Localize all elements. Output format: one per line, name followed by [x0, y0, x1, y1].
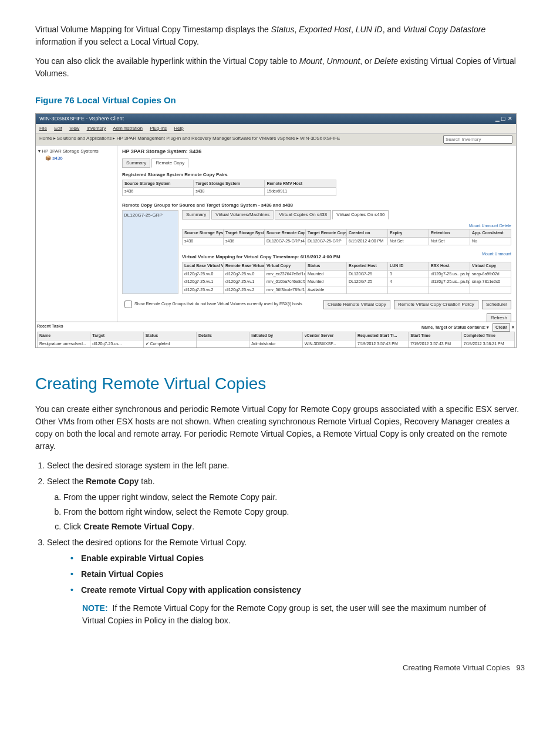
map-row[interactable]: dl120g7-25.vv.1dl120g7-25.vv.1rmv_010ba7… [183, 278, 511, 286]
task-row[interactable]: Resignature unresolved...dl120g7-25.us..… [38, 340, 515, 348]
bullet-retain: Retain Virtual Copies [70, 568, 525, 580]
page-footer: Creating Remote Virtual Copies 93 [35, 662, 525, 674]
show-groups-checkbox[interactable]: Show Remote Copy Groups that do not have… [122, 299, 302, 310]
pairs-row[interactable]: s436s43815dev9911 [123, 188, 336, 196]
intro-paragraph-1: Virtual Volume Mapping for Virtual Copy … [35, 23, 525, 48]
gtab-on436[interactable]: Virtual Copies On s436 [332, 210, 389, 220]
map-row[interactable]: dl120g7-25.vv.0dl120g7-25.vv.0rmv_ec2376… [183, 270, 511, 278]
section-intro: You can create either synchronous and pe… [35, 403, 525, 453]
note-label: NOTE: [82, 603, 108, 613]
map-table: Local Base Virtual VolumeRemote Base Vir… [182, 262, 511, 294]
btn-scheduler[interactable]: Scheduler [482, 300, 511, 309]
tab-remote-copy[interactable]: Remote Copy [151, 158, 188, 168]
tasks-filter[interactable]: Name, Target or Status contains: ▾ [421, 325, 489, 329]
map-links[interactable]: Mount Unmount [482, 251, 511, 262]
menu-help[interactable]: Help [174, 126, 183, 131]
gtab-on438[interactable]: Virtual Copies On s438 [275, 210, 331, 220]
menu-inventory[interactable]: Inventory [87, 126, 106, 131]
tasks-table: NameTargetStatusDetailsInitiated byvCent… [37, 332, 515, 348]
map-title: Virtual Volume Mapping for Virtual Copy … [182, 254, 340, 261]
bullet-create-app-consistency: Create remote Virtual Copy with applicat… [70, 584, 525, 596]
step-1: Select the desired storage system in the… [47, 460, 525, 472]
breadcrumb[interactable]: Home ▸ Solutions and Applications ▸ HP 3… [39, 135, 340, 144]
search-input[interactable] [443, 135, 512, 144]
menu-plugins[interactable]: Plug-ins [150, 126, 167, 131]
btn-policy[interactable]: Remote Virtual Copy Creation Policy [394, 300, 478, 309]
pairs-table: Source Storage SystemTarget Storage Syst… [122, 180, 336, 196]
group-row[interactable]: s438s436DL120G7-25-GRP.r436DL120G7-25-GR… [183, 237, 511, 245]
step-2b: From the bottom right window, select the… [63, 506, 525, 518]
group-selected[interactable]: DL120G7-25-GRP [122, 210, 178, 295]
step-2: Select the Remote Copy tab. From the upp… [47, 475, 525, 533]
steps-list: Select the desired storage system in the… [47, 460, 525, 627]
intro-paragraph-2: You can also click the available hyperli… [35, 55, 525, 80]
tree-pane: ▾ HP 3PAR Storage Systems 📦 s436 [36, 146, 117, 322]
menubar: File Edit View Inventory Administration … [36, 124, 516, 134]
bullet-enable-expirable: Enable expirable Virtual Copies [70, 552, 525, 565]
btn-create-rvc[interactable]: Create Remote Virtual Copy [323, 300, 390, 309]
step-2a: From the upper right window, select the … [63, 491, 525, 504]
tasks-clear[interactable]: Clear [492, 323, 510, 332]
tasks-title: Recent Tasks [37, 323, 63, 332]
panel-title: HP 3PAR Storage System: S436 [122, 148, 511, 156]
top-links[interactable]: Mount Unmount Delete [182, 223, 511, 229]
btn-refresh[interactable]: Refresh [487, 313, 511, 322]
note-block: NOTE:If the Remote Virtual Copy for the … [82, 602, 505, 627]
gtab-summary[interactable]: Summary [182, 210, 210, 220]
map-row[interactable]: dl120g7-25.vv.2dl120g7-25.vv.2rmv_56f3bc… [183, 286, 511, 294]
window-title: WIN-3DS6IXSFIFE - vSphere Client [39, 115, 124, 123]
section-title: Creating Remote Virtual Copies [35, 372, 525, 396]
tree-root[interactable]: ▾ HP 3PAR Storage Systems [38, 148, 114, 155]
pairs-title: Registered Storage System Remote Copy Pa… [122, 171, 511, 178]
menu-admin[interactable]: Administration [113, 126, 143, 131]
group-table: Source Storage SystemTarget Storage Syst… [182, 229, 511, 245]
groups-title: Remote Copy Groups for Source and Target… [122, 202, 511, 209]
step-2c: Click Create Remote Virtual Copy. [63, 521, 525, 533]
tab-summary[interactable]: Summary [122, 158, 150, 168]
menu-view[interactable]: View [69, 126, 79, 131]
menu-edit[interactable]: Edit [54, 126, 62, 131]
screenshot-vsphere: WIN-3DS6IXSFIFE - vSphere Client ▁ ▢ ✕ F… [35, 113, 517, 348]
menu-file[interactable]: File [39, 126, 47, 131]
gtab-vvm[interactable]: Virtual Volumes/Machines [211, 210, 274, 220]
step-3: Select the desired options for the Remot… [47, 536, 525, 627]
window-controls[interactable]: ▁ ▢ ✕ [495, 115, 512, 123]
figure-caption: Figure 76 Local Virtual Copies On [35, 94, 525, 107]
tree-node-s436[interactable]: 📦 s436 [45, 155, 114, 162]
